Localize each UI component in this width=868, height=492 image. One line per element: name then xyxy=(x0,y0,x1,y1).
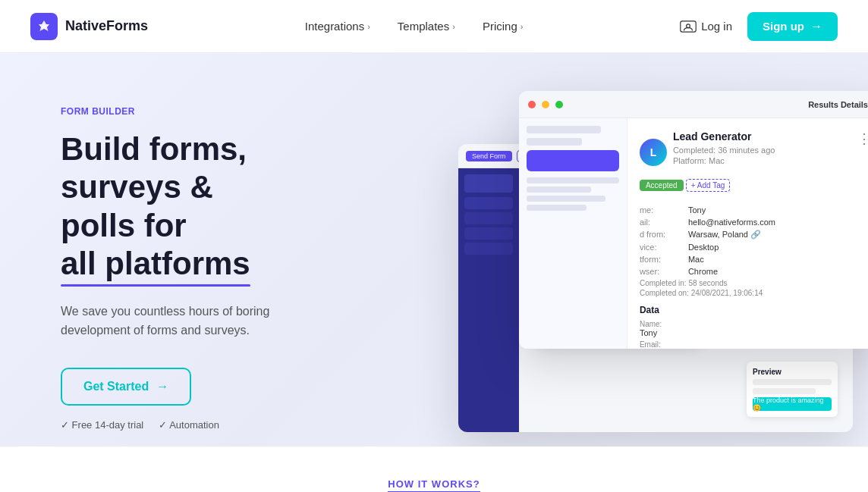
automation-badge: ✓ Automation xyxy=(159,419,219,431)
login-button[interactable]: Log in xyxy=(680,20,732,33)
svg-point-2 xyxy=(687,24,690,27)
preview-card: Preview The product is amazing 😊 xyxy=(747,362,838,417)
back-sidebar xyxy=(458,168,519,432)
data-name-row: Name: Tony xyxy=(640,320,868,337)
hero-subtitle: We save you countless hours of boring de… xyxy=(61,302,334,340)
logo-icon xyxy=(30,13,58,40)
minimize-dot xyxy=(542,101,549,108)
form-builder-tag: FORM BUILDER xyxy=(61,106,349,117)
logo[interactable]: NativeForms xyxy=(30,13,148,40)
arrow-right-icon: → xyxy=(810,20,822,33)
chevron-right-icon: › xyxy=(520,22,524,31)
how-label-container: HOW IT WORKS? xyxy=(388,477,480,492)
get-started-button[interactable]: Get Started → xyxy=(61,368,191,406)
detail-device-row: vice: Desktop xyxy=(640,243,868,252)
hero-badges: ✓ Free 14-day trial ✓ Automation xyxy=(61,419,349,431)
chevron-right-icon: › xyxy=(367,22,370,31)
lead-info: Lead Generator Completed: 36 minutes ago… xyxy=(673,130,775,174)
arrow-right-icon: → xyxy=(156,380,168,393)
hero-highlight: all platforms xyxy=(61,245,250,283)
user-icon xyxy=(680,20,697,33)
detail-platform-row: tform: Mac xyxy=(640,255,868,264)
hero-mockup: Send Form Edit Form › Export to › xyxy=(413,76,868,447)
logo-text: NativeForms xyxy=(65,18,148,34)
nav-pricing[interactable]: Pricing › xyxy=(483,20,524,33)
front-window-body: ⋮ L Lead Generator Completed: 36 minutes… xyxy=(519,118,868,349)
lead-avatar-row: L Lead Generator Completed: 36 minutes a… xyxy=(640,130,868,174)
details-panel: ⋮ L Lead Generator Completed: 36 minutes… xyxy=(627,118,868,349)
detail-email-row: ail: hello@nativeforms.com xyxy=(640,218,868,227)
avatar: L xyxy=(640,139,667,166)
hero-content: FORM BUILDER Build forms, surveys & poll… xyxy=(0,53,349,431)
expand-dot xyxy=(555,101,563,108)
nav-links: Integrations › Templates › Pricing › xyxy=(305,20,524,33)
hero-title: Build forms, surveys & polls for all pla… xyxy=(61,130,349,284)
detail-name-row: me: Tony xyxy=(640,205,868,215)
detail-browser-row: wser: Chrome xyxy=(640,267,868,276)
free-trial-badge: ✓ Free 14-day trial xyxy=(61,419,143,431)
send-form-btn[interactable]: Send Form xyxy=(466,151,512,161)
front-toolbar: Results Details xyxy=(519,91,868,118)
nav-integrations[interactable]: Integrations › xyxy=(305,20,370,33)
more-options-icon[interactable]: ⋮ xyxy=(857,130,868,147)
window-title: Results Details xyxy=(808,100,868,109)
nav-templates[interactable]: Templates › xyxy=(398,20,455,33)
svg-rect-1 xyxy=(681,20,696,31)
chevron-right-icon: › xyxy=(452,22,455,31)
left-panel xyxy=(519,118,627,349)
hero-section: FORM BUILDER Build forms, surveys & poll… xyxy=(0,53,868,447)
svg-point-0 xyxy=(42,24,46,29)
nav-actions: Log in Sign up → xyxy=(680,12,838,41)
navbar: NativeForms Integrations › Templates › P… xyxy=(0,0,868,53)
signup-button[interactable]: Sign up → xyxy=(747,12,838,41)
close-dot xyxy=(528,101,536,108)
how-it-works-section: HOW IT WORKS? Watch quick introduction t… xyxy=(0,447,868,492)
detail-location-row: d from: Warsaw, Poland 🔗 xyxy=(640,230,868,240)
data-email-row: Email: hello@nativeforms.com xyxy=(640,340,868,349)
mockup-front-window: Results Details ⋮ L xyxy=(519,91,868,349)
how-it-works-label: HOW IT WORKS? xyxy=(388,478,480,490)
tags-row: Accepted + Add Tag xyxy=(640,179,868,201)
